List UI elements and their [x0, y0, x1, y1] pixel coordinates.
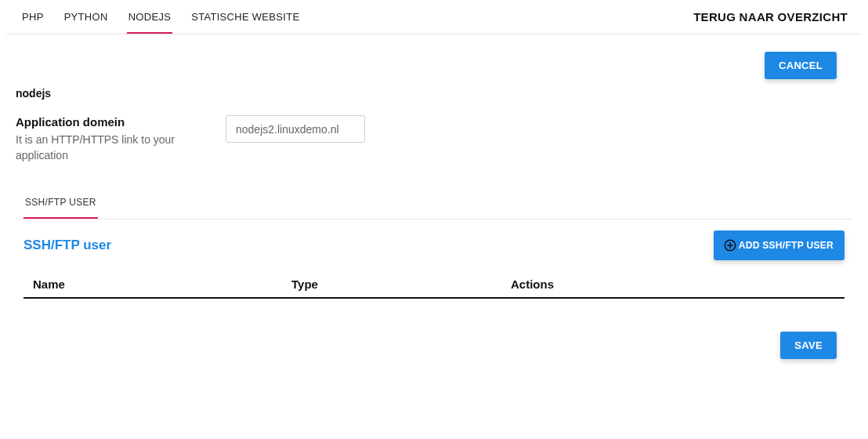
tab-python[interactable]: PYTHON — [63, 0, 110, 34]
section-title: nodejs — [16, 87, 852, 100]
application-domain-input[interactable] — [226, 115, 365, 143]
field-labels: Application domein It is an HTTP/HTTPS l… — [16, 115, 212, 164]
tab-static-website[interactable]: STATISCHE WEBSITE — [190, 0, 301, 34]
tab-php[interactable]: PHP — [20, 0, 45, 34]
tab-ssh-ftp-user[interactable]: SSH/FTP USER — [24, 187, 98, 219]
sub-tabs: SSH/FTP USER — [16, 187, 852, 220]
field-hint: It is an HTTP/HTTPS link to your applica… — [16, 132, 212, 164]
content: nodejs Application domein It is an HTTP/… — [0, 87, 868, 299]
column-name: Name — [33, 278, 291, 291]
cancel-button[interactable]: CANCEL — [765, 52, 837, 79]
add-ssh-ftp-user-button[interactable]: ADD SSH/FTP USER — [714, 230, 844, 260]
field-label: Application domein — [16, 115, 212, 129]
save-row: SAVE — [0, 299, 868, 367]
user-section-row: SSH/FTP user ADD SSH/FTP USER — [16, 220, 852, 267]
ssh-ftp-user-heading: SSH/FTP user — [24, 238, 111, 253]
column-type: Type — [291, 278, 511, 291]
application-domain-field: Application domein It is an HTTP/HTTPS l… — [16, 115, 852, 164]
tab-nodejs[interactable]: NODEJS — [127, 0, 173, 34]
top-bar: PHP PYTHON NODEJS STATISCHE WEBSITE TERU… — [6, 0, 862, 34]
top-tabs: PHP PYTHON NODEJS STATISCHE WEBSITE — [20, 0, 301, 34]
plus-circle-icon — [723, 238, 737, 252]
save-button[interactable]: SAVE — [780, 332, 837, 359]
users-table-header: Name Type Actions — [24, 270, 844, 299]
add-button-label: ADD SSH/FTP USER — [739, 240, 834, 251]
cancel-row: CANCEL — [0, 34, 868, 87]
column-actions: Actions — [511, 278, 835, 291]
back-to-overview-link[interactable]: TERUG NAAR OVERZICHT — [693, 10, 848, 24]
